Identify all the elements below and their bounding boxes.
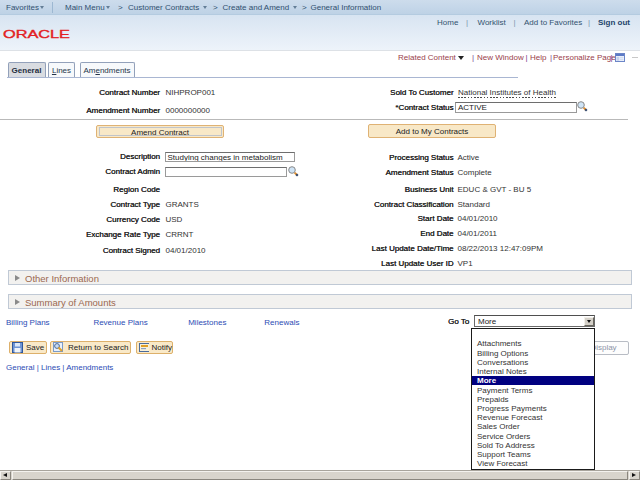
svg-text:ORACLE: ORACLE bbox=[3, 28, 70, 40]
